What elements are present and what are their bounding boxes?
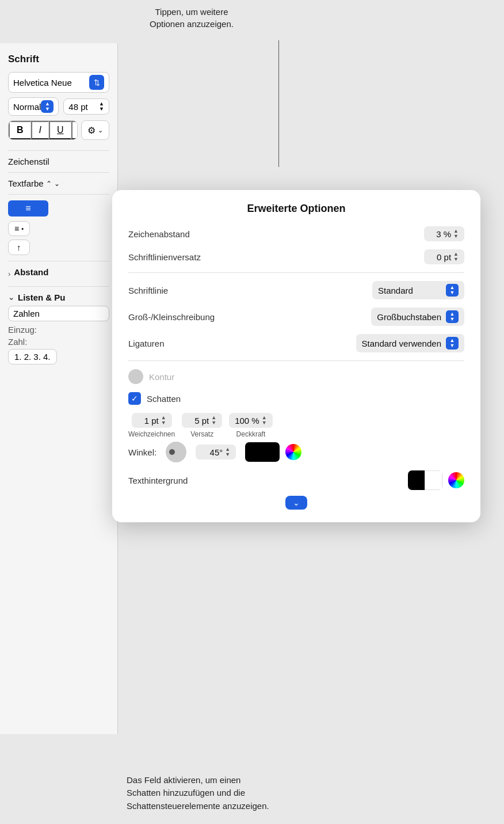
font-size-picker[interactable]: 48 pt ▲ ▼ — [63, 98, 109, 115]
deckkraft-value-box[interactable]: 100 % ▲ ▼ — [229, 413, 272, 428]
strikethrough-button[interactable]: S — [71, 121, 78, 139]
ligaturen-chevron-icon[interactable]: ▲ ▼ — [446, 337, 459, 350]
weichzeichnen-label: Weichzeichnen — [128, 430, 175, 438]
angle-dial-indicator — [169, 449, 175, 455]
zeichenabstand-row: Zeichenabstand 3 % ▲ ▼ — [128, 226, 464, 241]
gear-more-button[interactable]: ⚙ ⌄ — [81, 120, 109, 140]
zeichenabstand-stepper[interactable]: ▲ ▼ — [453, 229, 459, 239]
winkel-label: Winkel: — [128, 447, 156, 457]
gross-value: Großbuchstaben — [377, 312, 441, 322]
texthintergrund-color-wheel-button[interactable] — [448, 472, 464, 488]
textfarbe-label-row: Textfarbe ⌃ ⌄ — [8, 179, 109, 188]
swatch-black-half — [408, 470, 425, 490]
angle-row: Winkel: 45° ▲ ▼ — [128, 442, 464, 462]
schrift-section-title: Schrift — [8, 54, 109, 65]
schatten-row: ✓ Schatten — [128, 392, 464, 405]
winkel-value: 45° — [210, 447, 223, 457]
ligaturen-row: Ligaturen Standard verwenden ▲ ▼ — [128, 334, 464, 352]
abstand-label: Abstand — [14, 267, 48, 277]
ligaturen-label: Ligaturen — [128, 339, 356, 348]
schatten-checkmark-icon: ✓ — [131, 394, 138, 403]
schriftlinienversatz-stepper[interactable]: ▲ ▼ — [453, 252, 459, 262]
gross-chevron-icon[interactable]: ▲ ▼ — [446, 310, 459, 323]
winkel-down[interactable]: ▼ — [225, 452, 230, 457]
font-style-value: Normal — [13, 102, 41, 112]
einzug-label: Einzug: — [8, 325, 37, 335]
zeichenabstand-down[interactable]: ▼ — [453, 234, 459, 239]
versatz-value-box[interactable]: 5 pt ▲ ▼ — [182, 413, 222, 428]
schriftlinienversatz-down[interactable]: ▼ — [453, 257, 459, 262]
list-preview-text: 1. 2. 3. 4. — [14, 352, 51, 362]
deckkraft-control: 100 % ▲ ▼ Deckkraft — [229, 413, 272, 438]
schatten-label: Schatten — [147, 394, 181, 404]
winkel-value-box[interactable]: 45° ▲ ▼ — [196, 445, 236, 460]
popup-title: Erweiterte Optionen — [128, 203, 464, 215]
abstand-row: › Abstand — [8, 267, 109, 280]
gear-icon: ⚙ — [87, 125, 96, 136]
textfarbe-chevron2-icon: ⌄ — [54, 180, 60, 188]
schriftlinienversatz-value-box[interactable]: 0 pt ▲ ▼ — [424, 249, 464, 264]
zeichenabstand-value-box[interactable]: 3 % ▲ ▼ — [424, 226, 464, 241]
schriftlinienversatz-row: Schriftlinienversatz 0 pt ▲ ▼ — [128, 249, 464, 264]
tooltip-bottom: Das Feld aktivieren, um einen Schatten h… — [127, 774, 269, 813]
kontur-row: Kontur — [128, 369, 464, 384]
textfarbe-label: Textfarbe — [8, 179, 44, 188]
zeichenabstand-label: Zeichenabstand — [128, 229, 424, 239]
font-style-picker[interactable]: Normal ▲ ▼ — [8, 97, 59, 116]
shadow-color-row — [245, 442, 301, 462]
align-center-icon: ≡ — [25, 203, 30, 214]
shadow-color-swatch[interactable] — [245, 442, 280, 462]
schatten-checkbox[interactable]: ✓ — [128, 392, 141, 405]
align-chevron-icon: • — [21, 225, 24, 232]
zahlen-value: Zahlen — [13, 309, 40, 318]
list-style-dropdown[interactable]: Zahlen — [8, 306, 109, 321]
indent-button[interactable]: ↑ — [8, 240, 30, 255]
weichzeichnen-value-box[interactable]: 1 pt ▲ ▼ — [132, 413, 172, 428]
underline-button[interactable]: U — [49, 121, 71, 139]
deckkraft-value: 100 % — [235, 416, 259, 426]
kontur-checkbox[interactable] — [128, 369, 143, 384]
size-down-arrow[interactable]: ▼ — [99, 107, 104, 112]
winkel-stepper[interactable]: ▲ ▼ — [225, 447, 230, 457]
format-toolbar: B I U S ⚙ ⌄ — [8, 120, 109, 145]
abstand-chevron-icon: › — [8, 269, 10, 278]
collapse-chevron-icon: ⌄ — [293, 498, 300, 507]
texthintergrund-row: Texthintergrund — [128, 470, 464, 490]
deckkraft-down[interactable]: ▼ — [262, 420, 267, 426]
text-color-swatch-row: ≡ — [8, 200, 109, 217]
schriftlinie-chevron-icon[interactable]: ▲ ▼ — [446, 284, 459, 297]
ligaturen-select[interactable]: Standard verwenden ▲ ▼ — [356, 334, 464, 352]
schriftlinienversatz-value: 0 pt — [437, 252, 451, 262]
font-style-stepper[interactable]: ▲ ▼ — [41, 100, 54, 113]
listen-section-header[interactable]: ⌄ Listen & Pu — [8, 293, 109, 302]
texthintergrund-swatch[interactable] — [408, 470, 442, 490]
schriftlinie-select[interactable]: Standard ▲ ▼ — [372, 281, 464, 299]
gross-select[interactable]: Großbuchstaben ▲ ▼ — [371, 307, 464, 326]
indent-icon: ↑ — [17, 242, 21, 252]
deckkraft-label: Deckkraft — [236, 430, 266, 438]
text-format-buttons: B I U S — [8, 120, 78, 140]
align-button[interactable]: ≡ • — [8, 221, 30, 236]
weichzeichnen-stepper[interactable]: ▲ ▼ — [161, 415, 166, 426]
versatz-stepper[interactable]: ▲ ▼ — [211, 415, 216, 426]
deckkraft-stepper[interactable]: ▲ ▼ — [262, 415, 267, 426]
versatz-label: Versatz — [190, 430, 213, 438]
popup-collapse-button[interactable]: ⌄ — [285, 496, 307, 510]
versatz-down[interactable]: ▼ — [211, 420, 216, 426]
versatz-control: 5 pt ▲ ▼ Versatz — [182, 413, 222, 438]
font-name-stepper[interactable]: ⇅ — [89, 75, 104, 90]
divider-1 — [8, 150, 109, 151]
textfarbe-chevron-icon: ⌃ — [46, 180, 52, 188]
advanced-options-popup: Erweiterte Optionen Zeichenabstand 3 % ▲… — [112, 190, 480, 522]
font-name-picker[interactable]: Helvetica Neue ⇅ — [8, 72, 109, 93]
bold-button[interactable]: B — [9, 121, 31, 139]
text-color-swatch[interactable]: ≡ — [8, 200, 48, 217]
italic-button[interactable]: I — [31, 121, 49, 139]
texthintergrund-color-row — [408, 470, 464, 490]
weichzeichnen-value: 1 pt — [144, 416, 159, 426]
weichzeichnen-down[interactable]: ▼ — [161, 420, 166, 426]
list-number-preview: 1. 2. 3. 4. — [8, 349, 57, 364]
tooltip-top: Tippen, um weitere Optionen anzuzeigen. — [150, 6, 234, 30]
angle-dial[interactable] — [166, 442, 186, 462]
shadow-color-wheel-button[interactable] — [285, 444, 301, 460]
